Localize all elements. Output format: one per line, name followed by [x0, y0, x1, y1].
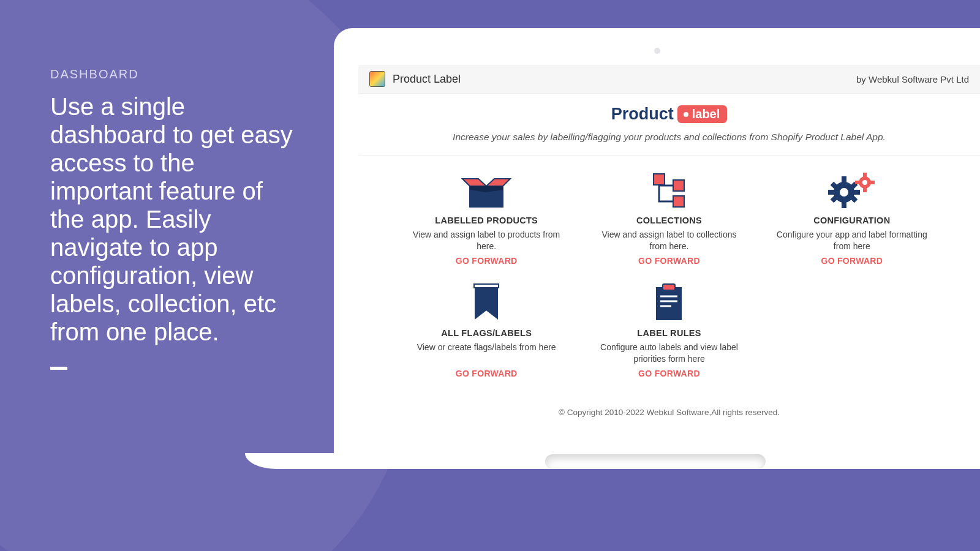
dashboard-cards: LABELLED PRODUCTS View and assign label … — [358, 169, 980, 378]
card-label-rules: LABEL RULES Configure auto labels and vi… — [578, 282, 760, 378]
svg-rect-18 — [863, 173, 867, 177]
promo-left-column: DASHBOARD Use a single dashboard to get … — [50, 67, 301, 370]
go-forward-link[interactable]: GO FORWARD — [594, 256, 744, 266]
svg-rect-19 — [863, 188, 867, 192]
svg-rect-11 — [854, 190, 860, 195]
svg-point-23 — [862, 180, 867, 185]
card-desc: View and assign label to collections fro… — [594, 229, 744, 252]
bookmark-flag-icon — [411, 282, 562, 324]
card-configuration: CONFIGURATION Configure your app and lab… — [761, 169, 943, 266]
svg-rect-5 — [654, 174, 665, 185]
svg-rect-6 — [673, 180, 684, 191]
brand-tag-icon: label — [677, 105, 728, 123]
monitor-frame: Product Label by Webkul Software Pvt Ltd… — [334, 28, 980, 469]
open-box-icon — [411, 169, 562, 212]
brand-row: Product label — [358, 94, 980, 129]
go-forward-link[interactable]: GO FORWARD — [777, 256, 927, 266]
brand-word-product: Product — [611, 105, 674, 124]
card-title: ALL FLAGS/LABELS — [411, 328, 562, 338]
app-title: Product Label — [393, 73, 461, 86]
card-desc: Configure auto labels and view label pri… — [594, 342, 744, 365]
gears-icon — [777, 169, 927, 212]
svg-rect-27 — [663, 284, 675, 290]
go-forward-link[interactable]: GO FORWARD — [411, 369, 562, 378]
hierarchy-icon — [594, 169, 744, 212]
card-title: LABEL RULES — [594, 328, 744, 338]
card-title: LABELLED PRODUCTS — [411, 216, 562, 225]
footer-copyright: © Copyright 2010-2022 Webkul Software,Al… — [358, 408, 980, 417]
promo-headline: Use a single dashboard to get easy acces… — [50, 92, 301, 346]
card-desc: Configure your app and label formatting … — [777, 229, 927, 252]
svg-rect-8 — [842, 176, 846, 182]
promo-eyebrow: DASHBOARD — [50, 67, 301, 81]
svg-rect-9 — [842, 202, 846, 208]
card-collections: COLLECTIONS View and assign label to col… — [578, 169, 760, 266]
app-header: Product Label by Webkul Software Pvt Ltd — [358, 65, 980, 94]
card-all-flags: ALL FLAGS/LABELS View or create flags/la… — [395, 282, 578, 378]
card-labelled-products: LABELLED PRODUCTS View and assign label … — [395, 169, 578, 266]
svg-marker-2 — [486, 179, 510, 186]
monitor-stand — [545, 454, 766, 469]
card-title: COLLECTIONS — [594, 216, 744, 225]
promo-divider — [50, 367, 67, 370]
svg-marker-25 — [475, 288, 497, 318]
brand-subtitle: Increase your sales by labelling/flaggin… — [358, 129, 980, 156]
svg-marker-1 — [462, 179, 486, 186]
svg-rect-10 — [828, 190, 834, 195]
app-vendor: by Webkul Software Pvt Ltd — [856, 74, 969, 84]
card-title: CONFIGURATION — [777, 216, 927, 225]
go-forward-link[interactable]: GO FORWARD — [411, 256, 562, 266]
clipboard-rules-icon — [594, 282, 744, 324]
brand-word-label: label — [692, 107, 720, 121]
svg-rect-26 — [657, 288, 681, 320]
svg-point-17 — [840, 188, 848, 197]
svg-rect-21 — [870, 181, 875, 184]
card-desc: View and assign label to products from h… — [411, 229, 562, 252]
svg-rect-7 — [673, 196, 684, 207]
app-window: Product Label by Webkul Software Pvt Ltd… — [358, 65, 980, 457]
brand-logo: Product label — [611, 105, 728, 124]
svg-rect-20 — [855, 181, 859, 184]
monitor-camera-dot — [654, 48, 660, 54]
card-desc: View or create flags/labels from here — [411, 342, 562, 365]
go-forward-link[interactable]: GO FORWARD — [594, 369, 744, 378]
app-logo-icon — [369, 71, 385, 87]
